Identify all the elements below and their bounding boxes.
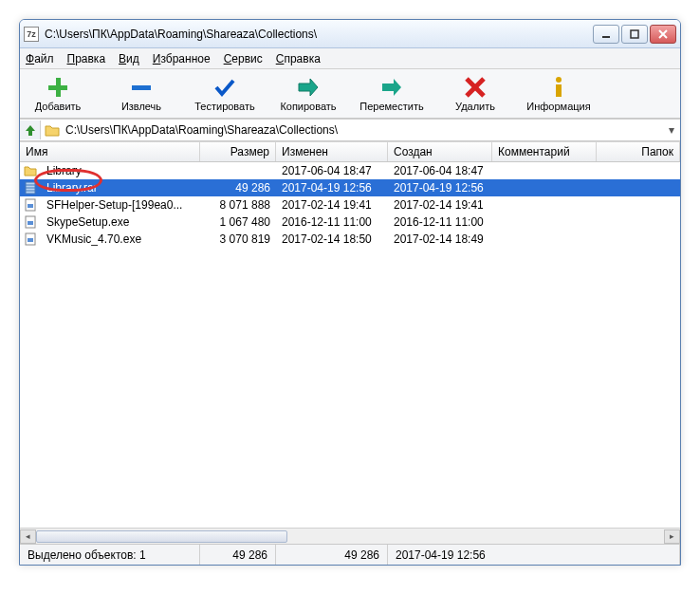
- window-buttons: [593, 25, 676, 44]
- toolbar-move[interactable]: Переместить: [361, 76, 422, 112]
- svg-rect-1: [631, 30, 638, 38]
- up-arrow-icon: [24, 123, 37, 137]
- info-icon: [547, 76, 570, 99]
- menubar: Файл Правка Вид Избранное Сервис Справка: [20, 48, 680, 69]
- menu-favorites[interactable]: Избранное: [153, 52, 211, 65]
- toolbar-extract[interactable]: Извлечь: [111, 76, 172, 112]
- svg-rect-10: [556, 84, 562, 97]
- toolbar-info-label: Информация: [526, 101, 590, 112]
- scroll-thumb[interactable]: [36, 530, 287, 543]
- toolbar-add-label: Добавить: [35, 101, 82, 112]
- minimize-button[interactable]: [593, 25, 619, 44]
- file-created: 2017-02-14 19:41: [388, 198, 492, 212]
- address-bar: C:\Users\ПК\AppData\Roaming\Shareaza\Col…: [20, 119, 680, 141]
- toolbar-delete[interactable]: Удалить: [445, 76, 506, 112]
- main-window: 7z C:\Users\ПК\AppData\Roaming\Shareaza\…: [19, 19, 681, 566]
- address-dropdown-icon[interactable]: ▾: [663, 123, 680, 137]
- svg-rect-16: [28, 204, 33, 208]
- file-modified: 2017-02-14 19:41: [276, 198, 388, 212]
- menu-tools[interactable]: Сервис: [224, 52, 263, 65]
- file-name: VKMusic_4.70.exe: [41, 232, 200, 246]
- file-modified: 2017-02-14 18:50: [276, 232, 388, 246]
- file-modified: 2016-12-11 11:00: [276, 215, 388, 229]
- menu-edit[interactable]: Правка: [67, 52, 106, 65]
- file-name: SFHelper-Setup-[199ea0...: [41, 198, 200, 212]
- status-bar: Выделено объектов: 1 49 286 49 286 2017-…: [20, 544, 680, 565]
- titlebar[interactable]: 7z C:\Users\ПК\AppData\Roaming\Shareaza\…: [20, 20, 680, 48]
- file-row[interactable]: VKMusic_4.70.exe3 070 8192017-02-14 18:5…: [20, 231, 680, 248]
- file-name: SkypeSetup.exe: [41, 215, 200, 229]
- file-row[interactable]: Library.rar49 2862017-04-19 12:562017-04…: [20, 179, 680, 196]
- file-modified: 2017-04-19 12:56: [276, 181, 388, 195]
- file-created: 2016-12-11 11:00: [388, 215, 492, 229]
- toolbar-copy[interactable]: Копировать: [278, 76, 339, 112]
- column-name[interactable]: Имя: [20, 142, 200, 161]
- svg-rect-18: [28, 221, 33, 225]
- column-size[interactable]: Размер: [200, 142, 276, 161]
- file-created: 2017-02-14 18:49: [388, 232, 492, 246]
- column-comment[interactable]: Комментарий: [492, 142, 597, 161]
- svg-rect-5: [48, 85, 67, 90]
- scroll-track[interactable]: [36, 529, 664, 544]
- toolbar-extract-label: Извлечь: [121, 101, 161, 112]
- file-row[interactable]: SFHelper-Setup-[199ea0...8 071 8882017-0…: [20, 196, 680, 213]
- file-created: 2017-06-04 18:47: [388, 164, 492, 177]
- scroll-left-button[interactable]: ◂: [20, 529, 36, 544]
- exe-icon: [24, 198, 37, 212]
- toolbar-delete-label: Удалить: [455, 101, 495, 112]
- file-name: Library.rar: [41, 181, 200, 195]
- file-size: 1 067 480: [200, 215, 276, 229]
- menu-view[interactable]: Вид: [119, 52, 139, 65]
- file-name: Library: [41, 164, 200, 177]
- window-title: C:\Users\ПК\AppData\Roaming\Shareaza\Col…: [45, 28, 593, 41]
- column-modified[interactable]: Изменен: [276, 142, 388, 161]
- file-size: 3 070 819: [200, 232, 276, 246]
- menu-help[interactable]: Справка: [276, 52, 321, 65]
- file-row[interactable]: SkypeSetup.exe1 067 4802016-12-11 11:002…: [20, 213, 680, 231]
- file-created: 2017-04-19 12:56: [388, 181, 492, 195]
- minus-icon: [130, 76, 153, 99]
- status-selection: Выделено объектов: 1: [20, 545, 200, 565]
- status-size2: 49 286: [276, 545, 388, 565]
- toolbar-move-label: Переместить: [359, 101, 423, 112]
- column-headers: Имя Размер Изменен Создан Комментарий Па…: [20, 141, 680, 162]
- status-size: 49 286: [200, 545, 276, 565]
- file-list[interactable]: Library2017-06-04 18:472017-06-04 18:47L…: [20, 162, 680, 528]
- toolbar-test-label: Тестировать: [194, 101, 255, 112]
- status-date: 2017-04-19 12:56: [388, 545, 680, 565]
- exe-icon: [24, 232, 37, 246]
- rar-icon: [24, 181, 37, 195]
- delete-x-icon: [464, 76, 487, 99]
- column-created[interactable]: Создан: [388, 142, 492, 161]
- up-folder-button[interactable]: [20, 121, 41, 139]
- file-size: 8 071 888: [200, 198, 276, 212]
- check-icon: [213, 76, 236, 99]
- exe-icon: [24, 215, 37, 229]
- copy-arrow-icon: [297, 76, 320, 99]
- address-path[interactable]: C:\Users\ПК\AppData\Roaming\Shareaza\Col…: [64, 123, 663, 137]
- file-modified: 2017-06-04 18:47: [276, 164, 388, 177]
- app-icon: 7z: [24, 27, 39, 42]
- svg-rect-6: [132, 85, 151, 90]
- plus-icon: [46, 76, 69, 99]
- move-arrow-icon: [380, 76, 403, 99]
- folder-icon: [24, 164, 37, 177]
- svg-point-9: [556, 77, 562, 83]
- toolbar-test[interactable]: Тестировать: [194, 76, 255, 112]
- svg-rect-20: [28, 238, 33, 242]
- toolbar-add[interactable]: Добавить: [28, 76, 88, 112]
- column-folders[interactable]: Папок: [597, 142, 680, 161]
- file-row[interactable]: Library2017-06-04 18:472017-06-04 18:47: [20, 162, 680, 179]
- folder-icon: [45, 123, 60, 137]
- toolbar-copy-label: Копировать: [280, 101, 336, 112]
- maximize-button[interactable]: [621, 25, 648, 44]
- toolbar-info[interactable]: Информация: [528, 76, 589, 112]
- file-size: 49 286: [200, 181, 276, 195]
- menu-file[interactable]: Файл: [26, 52, 54, 65]
- toolbar: Добавить Извлечь Тестировать Копировать …: [20, 69, 680, 119]
- horizontal-scrollbar[interactable]: ◂ ▸: [20, 528, 680, 544]
- close-button[interactable]: [650, 25, 676, 44]
- scroll-right-button[interactable]: ▸: [664, 529, 680, 544]
